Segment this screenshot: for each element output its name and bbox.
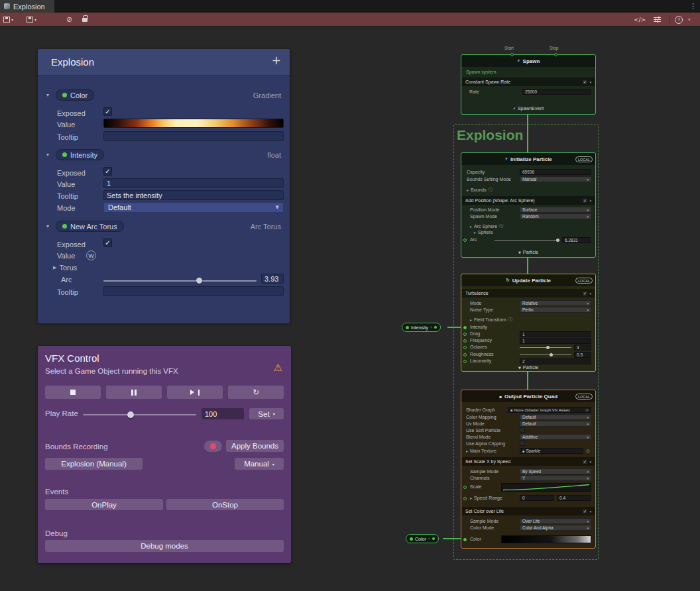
drag-input-port[interactable] <box>463 333 467 336</box>
spawn-system-name[interactable]: Spawn system <box>466 70 496 74</box>
texture-picker-icon[interactable]: ⊙ <box>586 449 590 454</box>
arc-slider-handle[interactable] <box>556 239 559 242</box>
debug-dropdown[interactable]: ▾ <box>688 13 691 27</box>
sample-mode-dropdown[interactable]: Over Life▾ <box>520 518 591 524</box>
arc-input-port[interactable] <box>463 239 467 242</box>
position-mode-dropdown[interactable]: Surface▾ <box>520 207 591 213</box>
arc-value-field[interactable]: 6.2831 <box>562 237 591 243</box>
octaves-slider-handle[interactable] <box>546 346 550 349</box>
update-context-node[interactable]: ↻Update ParticleLOCAL Turbulence ✓▾ Mode… <box>461 274 596 372</box>
speed-range-max-field[interactable]: 0.4 <box>557 495 591 501</box>
pause-button[interactable] <box>106 386 162 399</box>
alpha-clipping-checkbox[interactable] <box>520 441 525 446</box>
help-button[interactable]: ? <box>675 13 683 27</box>
scale-curve-field[interactable] <box>501 483 591 492</box>
chevron-down-icon[interactable]: ▾ <box>589 292 591 296</box>
record-bounds-button[interactable] <box>204 441 222 452</box>
stop-flow-port[interactable] <box>554 53 557 56</box>
system-name-label[interactable]: Explosion <box>457 127 523 143</box>
chevron-down-icon[interactable]: ▾ <box>46 92 49 98</box>
chevron-down-icon[interactable]: ▾ <box>46 223 49 229</box>
torus-foldout[interactable]: ▶Torus <box>53 264 77 272</box>
capacity-field[interactable]: 65536 <box>520 169 591 175</box>
play-rate-track[interactable] <box>83 414 196 415</box>
spawn-event-output[interactable]: ⚡SpawnEvent <box>461 106 595 111</box>
collapse-icon[interactable]: ‹ <box>430 325 432 330</box>
mode-dropdown[interactable]: Relative▾ <box>520 300 591 306</box>
speed-range-input-port[interactable] <box>463 497 467 500</box>
property-pill-arc-torus[interactable]: New Arc Torus <box>56 221 124 232</box>
play-rate-value-field[interactable]: 100 <box>202 408 244 419</box>
output-port[interactable] <box>432 537 435 540</box>
add-property-button[interactable]: + <box>272 54 281 67</box>
scale-input-port[interactable] <box>463 486 467 489</box>
start-flow-port[interactable] <box>510 53 514 56</box>
onplay-button[interactable]: OnPlay <box>45 499 163 510</box>
lacunarity-field[interactable]: 2 <box>520 358 591 364</box>
add-position-block[interactable]: Add Position (Shape: Arc Sphere) ✓▾ <box>462 196 595 205</box>
gradient-value-field[interactable] <box>103 119 284 128</box>
bounds-mode-dropdown[interactable]: Manual▾ <box>520 176 591 182</box>
block-enable-checkbox[interactable]: ✓ <box>582 509 587 514</box>
manual-dropdown[interactable]: Manual▾ <box>235 458 284 470</box>
spawn-context-node[interactable]: ⚡Spawn Spawn system Constant Spawn Rate … <box>461 54 596 115</box>
save-as-button[interactable]: ▾ <box>27 13 36 27</box>
exposed-checkbox[interactable]: ✓ <box>103 107 112 116</box>
constant-spawn-rate-block[interactable]: Constant Spawn Rate ✓▾ <box>462 78 595 86</box>
tab-explosion[interactable]: Explosion <box>0 0 54 13</box>
property-pill-color[interactable]: Color <box>56 89 94 101</box>
frequency-field[interactable]: 1 <box>520 338 591 344</box>
sample-mode-dropdown[interactable]: By Speed▾ <box>520 468 591 474</box>
control-panel-toggle[interactable] <box>654 13 661 27</box>
intensity-parameter-node[interactable]: Intensity ‹ <box>402 323 441 332</box>
torus-tooltip-input[interactable] <box>103 286 284 296</box>
chevron-down-icon[interactable]: ▾ <box>589 199 591 203</box>
arc-sphere-foldout[interactable]: ▸Arc Sphereⓘ <box>470 223 503 229</box>
mode-dropdown[interactable]: Default▼ <box>103 202 284 213</box>
initialize-node-title[interactable]: ⚡Initialize ParticleLOCAL <box>461 153 595 165</box>
set-scale-block[interactable]: Set Scale X by Speed ✓▾ <box>462 457 595 466</box>
block-enable-checkbox[interactable]: ✓ <box>582 459 587 464</box>
octaves-slider-track[interactable] <box>520 347 571 348</box>
octaves-field[interactable]: 3 <box>574 345 591 350</box>
tooltip-input[interactable] <box>103 131 284 141</box>
output-port[interactable] <box>434 326 437 329</box>
spawn-mode-dropdown[interactable]: Random▾ <box>520 213 591 219</box>
intensity-input-port[interactable] <box>463 326 467 329</box>
restart-button[interactable]: ↻ <box>228 386 284 399</box>
turbulence-block[interactable]: Turbulence ✓▾ <box>462 289 595 297</box>
color-mapping-dropdown[interactable]: Default▾ <box>520 414 591 420</box>
channels-dropdown[interactable]: Y▾ <box>520 475 591 481</box>
color-mode-dropdown[interactable]: Color And Alpha▾ <box>520 525 591 531</box>
particle-output[interactable]: ▼Particle <box>461 250 595 254</box>
bounds-foldout[interactable]: ▸Boundsⓘ <box>467 187 493 193</box>
attach-target-button[interactable]: Explosion (Manual) <box>45 458 143 470</box>
blend-mode-dropdown[interactable]: Additive▾ <box>520 434 591 440</box>
collapse-icon[interactable]: ‹ <box>428 536 430 541</box>
output-node-title[interactable]: ▪Output Particle QuadLOCAL <box>461 390 595 402</box>
show-code-button[interactable]: </> <box>634 13 646 27</box>
sphere-foldout[interactable]: ▸Sphere <box>474 230 493 235</box>
main-texture-foldout[interactable]: ▸Main Texture <box>466 449 496 453</box>
roughness-slider-track[interactable] <box>520 354 571 355</box>
intensity-value-input[interactable] <box>103 178 284 188</box>
output-context-node[interactable]: ▪Output Particle QuadLOCAL Shader Graph … <box>461 390 596 549</box>
initialize-context-node[interactable]: ⚡Initialize ParticleLOCAL Capacity 65536… <box>461 152 596 258</box>
noise-type-dropdown[interactable]: Perlin▾ <box>520 307 591 313</box>
debug-modes-button[interactable]: Debug modes <box>45 540 284 552</box>
step-button[interactable] <box>167 386 223 399</box>
update-node-title[interactable]: ↻Update ParticleLOCAL <box>461 274 595 286</box>
arc-slider-track[interactable] <box>103 280 257 282</box>
world-space-badge[interactable]: W <box>86 250 96 260</box>
uv-mode-dropdown[interactable]: Default▾ <box>520 421 591 427</box>
arc-slider-track[interactable] <box>495 240 559 241</box>
play-rate-handle[interactable] <box>127 411 134 418</box>
octaves-input-port[interactable] <box>463 346 467 349</box>
roughness-slider-handle[interactable] <box>550 353 553 356</box>
soft-particle-checkbox[interactable] <box>520 427 525 433</box>
speed-range-min-field[interactable]: 0 <box>520 495 554 501</box>
chevron-down-icon[interactable]: ▾ <box>46 152 49 158</box>
chevron-down-icon[interactable]: ▾ <box>589 80 591 84</box>
main-texture-object-field[interactable]: ▪Sparkle <box>520 448 583 454</box>
exposed-checkbox[interactable]: ✓ <box>103 167 112 176</box>
